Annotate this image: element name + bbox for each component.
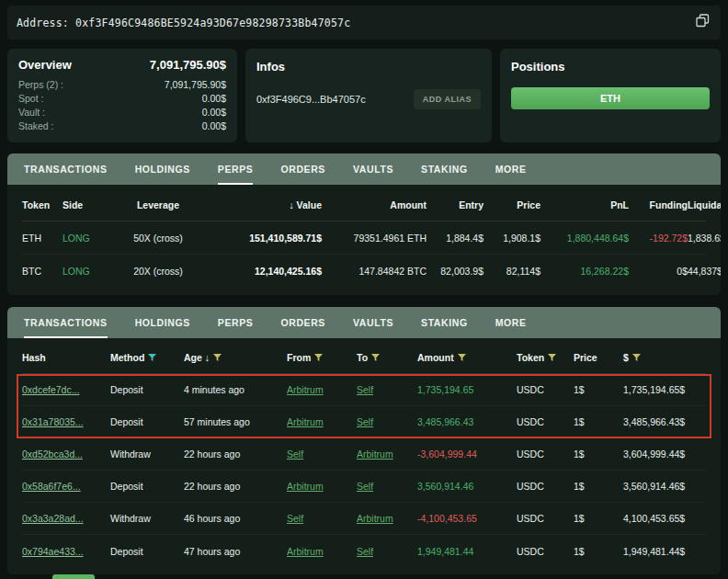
col-usd: $ — [623, 352, 629, 363]
tx-usd: 3,560,914.46$ — [623, 481, 706, 492]
col-liquidation: Liquidation — [688, 199, 721, 210]
tab-transactions[interactable]: TRANSACTIONS — [24, 307, 108, 338]
tx-from-link[interactable]: Self — [287, 513, 357, 524]
filter-token-icon[interactable] — [548, 354, 556, 362]
filter-from-icon[interactable] — [314, 354, 323, 362]
tx-hash-link[interactable]: 0xd52bca3d... — [22, 448, 110, 460]
tab-vaults[interactable]: VAULTS — [353, 153, 393, 185]
cell-pnl: 16,268.22$ — [540, 266, 629, 277]
staked-label: Staked : — [18, 119, 54, 133]
copy-address-button[interactable] — [694, 12, 711, 33]
tx-from-link[interactable]: Arbitrum — [287, 546, 357, 557]
tx-token: USDC — [517, 513, 574, 524]
wallet-address: Address: 0xf3F496C9486BE5924a93D67e98298… — [17, 17, 350, 29]
perps-row-eth: ETH LONG 50X (cross) 151,410,589.71$ 793… — [22, 221, 706, 255]
tab-perps[interactable]: PERPS — [218, 153, 254, 185]
tab-vaults[interactable]: VAULTS — [353, 307, 393, 338]
tx-method: Withdraw — [110, 448, 184, 460]
tx-to-link[interactable]: Self — [357, 546, 417, 557]
tab-more[interactable]: MORE — [495, 307, 527, 338]
tx-to-link[interactable]: Arbitrum — [357, 448, 417, 460]
filter-method-icon[interactable] — [148, 354, 156, 362]
filter-to-icon[interactable] — [371, 354, 380, 362]
tab-orders[interactable]: ORDERS — [280, 307, 325, 338]
tx-to-link[interactable]: Self — [357, 416, 417, 427]
col-hash: Hash — [22, 352, 110, 363]
cell-amount: 147.84842 BTC — [322, 266, 427, 277]
overview-title: Overview — [18, 58, 72, 72]
col-method: Method — [110, 352, 144, 363]
tab-staking[interactable]: STAKING — [421, 307, 468, 338]
tx-from-link[interactable]: Self — [287, 448, 357, 460]
add-alias-button[interactable]: ADD ALIAS — [414, 89, 481, 109]
tx-method: Deposit — [110, 384, 184, 395]
col-pnl: PnL — [540, 199, 629, 210]
tx-amount: -4,100,453.65 — [417, 513, 517, 524]
tx-usd: 4,100,453.65$ — [623, 513, 706, 524]
tx-hash-link[interactable]: 0xdcefe7dc... — [22, 384, 110, 395]
tab-perps[interactable]: PERPS — [218, 307, 254, 338]
cell-amount: 79351.4961 ETH — [322, 233, 427, 244]
col-age-sort[interactable]: Age ↓ — [184, 352, 210, 363]
col-amount: Amount — [322, 199, 427, 210]
tx-from-link[interactable]: Arbitrum — [287, 384, 357, 395]
tx-hash-link[interactable]: 0x58a6f7e6... — [22, 481, 110, 492]
col-value-sort[interactable]: ↓ Value — [200, 199, 322, 210]
cell-pnl: 1,880,448.64$ — [540, 233, 629, 244]
tab-more[interactable]: MORE — [495, 153, 527, 185]
tab-staking[interactable]: STAKING — [421, 153, 468, 185]
perps-header-row: Token Side Leverage ↓ Value Amount Entry… — [22, 188, 706, 221]
cell-token: BTC — [22, 266, 63, 277]
partial-bottom-button[interactable] — [52, 574, 95, 579]
tx-row: 0x3a3a28ad... Withdraw 46 hours ago Self… — [22, 503, 706, 535]
tx-price: 1$ — [574, 513, 623, 524]
tx-from-link[interactable]: Arbitrum — [287, 481, 357, 492]
tab-transactions[interactable]: TRANSACTIONS — [24, 153, 108, 185]
tx-hash-link[interactable]: 0x3a3a28ad... — [22, 513, 110, 524]
tx-amount: 1,949,481.44 — [417, 546, 517, 557]
filter-usd-icon[interactable] — [632, 354, 641, 362]
tx-age: 22 hours ago — [184, 448, 287, 460]
tx-amount: -3,604,999.44 — [417, 448, 517, 460]
tab-holdings[interactable]: HOLDINGS — [135, 307, 190, 338]
tab-orders[interactable]: ORDERS — [280, 153, 325, 185]
filter-age-icon[interactable] — [213, 354, 222, 362]
perps-row-btc: BTC LONG 20X (cross) 12,140,425.16$ 147.… — [22, 255, 706, 288]
tx-token: USDC — [517, 416, 574, 427]
tx-age: 47 hours ago — [184, 546, 287, 557]
cell-value: 151,410,589.71$ — [200, 233, 322, 244]
cell-value: 12,140,425.16$ — [200, 266, 322, 277]
tx-age: 22 hours ago — [184, 481, 287, 492]
tx-method: Deposit — [110, 416, 184, 427]
tab-holdings[interactable]: HOLDINGS — [135, 153, 190, 185]
transactions-header-row: Hash Method Age ↓ From To — [22, 342, 706, 374]
tx-row: 0x58a6f7e6... Deposit 22 hours ago Arbit… — [22, 471, 706, 503]
tx-to-link[interactable]: Self — [357, 481, 417, 492]
spot-label: Spot : — [18, 92, 43, 106]
overview-total-value: 7,091,795.90$ — [150, 58, 226, 72]
col-entry: Entry — [427, 199, 483, 210]
filter-amount-icon[interactable] — [458, 354, 466, 362]
tx-hash-link[interactable]: 0x31a78035... — [22, 416, 110, 427]
copy-icon — [696, 14, 710, 31]
tx-usd: 1,735,194.65$ — [623, 384, 706, 395]
cell-side: LONG — [63, 266, 116, 277]
tx-token: USDC — [517, 384, 574, 395]
tx-usd: 3,485,966.43$ — [623, 416, 706, 427]
transactions-body: 0xdcefe7dc... Deposit 4 minutes ago Arbi… — [22, 374, 706, 567]
staked-value: 0.00$ — [202, 119, 226, 133]
infos-card: Infos 0xf3F496C9...Bb47057c ADD ALIAS — [245, 49, 492, 142]
tx-to-link[interactable]: Self — [357, 384, 417, 395]
tx-price: 1$ — [574, 416, 623, 427]
tx-to-link[interactable]: Arbitrum — [357, 513, 417, 524]
cell-entry: 82,003.9$ — [427, 266, 483, 277]
tx-hash-link[interactable]: 0x794ae433... — [22, 546, 110, 557]
col-side: Side — [63, 199, 116, 210]
col-price: Price — [483, 199, 540, 210]
position-eth-button[interactable]: ETH — [511, 87, 710, 109]
transactions-tabbar: TRANSACTIONS HOLDINGS PERPS ORDERS VAULT… — [7, 307, 721, 338]
transactions-section: TRANSACTIONS HOLDINGS PERPS ORDERS VAULT… — [7, 307, 721, 574]
spot-value: 0.00$ — [202, 92, 226, 106]
tx-from-link[interactable]: Arbitrum — [287, 416, 357, 427]
vault-value: 0.00$ — [202, 106, 226, 119]
